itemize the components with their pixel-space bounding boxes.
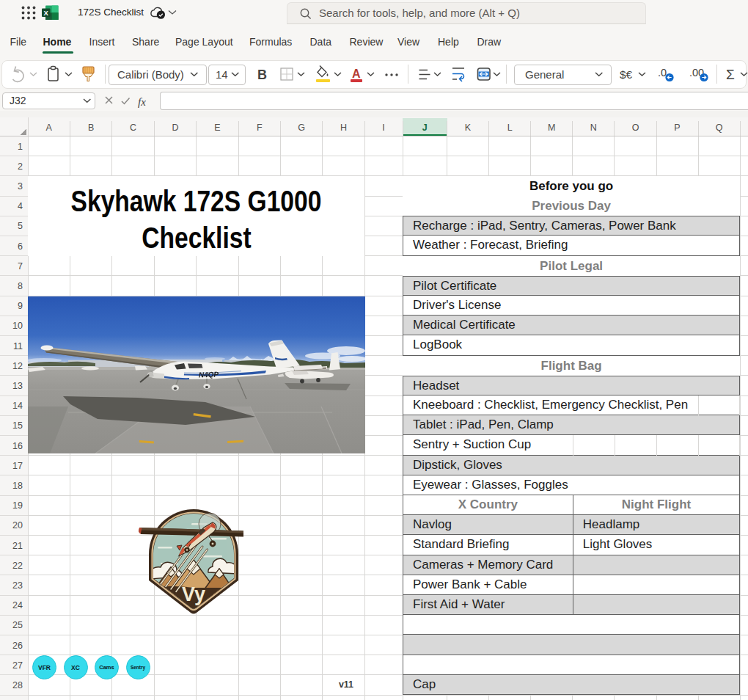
svg-text:21: 21	[12, 541, 23, 551]
svg-text:B: B	[88, 123, 94, 133]
svg-text:$€: $€	[620, 68, 633, 81]
svg-text:6: 6	[18, 241, 23, 252]
svg-text:.0: .0	[658, 67, 667, 79]
svg-text:G: G	[298, 123, 305, 133]
svg-text:O: O	[632, 123, 639, 133]
svg-text:2: 2	[18, 161, 23, 172]
svg-text:20: 20	[12, 520, 23, 531]
svg-text:1: 1	[18, 142, 23, 152]
svg-text:J: J	[422, 123, 428, 133]
svg-text:X: X	[44, 9, 49, 17]
svg-text:fx: fx	[138, 96, 146, 108]
svg-text:14: 14	[12, 401, 23, 411]
svg-text:Σ: Σ	[726, 67, 735, 82]
svg-text:N4QP: N4QP	[199, 371, 219, 379]
svg-text:19: 19	[12, 500, 23, 511]
svg-text:N: N	[590, 123, 597, 133]
svg-text:25: 25	[12, 620, 23, 630]
svg-text:11: 11	[13, 341, 23, 351]
svg-text:C: C	[130, 123, 136, 133]
svg-text:9: 9	[18, 301, 23, 311]
svg-text:5: 5	[18, 221, 23, 231]
svg-text:28: 28	[12, 680, 23, 690]
svg-text:3: 3	[18, 181, 23, 192]
svg-text:H: H	[340, 123, 347, 133]
svg-text:23: 23	[12, 580, 23, 591]
svg-text:D: D	[172, 123, 178, 133]
svg-text:7: 7	[18, 261, 23, 271]
svg-text:B: B	[257, 68, 267, 82]
svg-text:P: P	[674, 123, 680, 133]
svg-text:L: L	[507, 123, 513, 133]
svg-text:Q: Q	[716, 123, 723, 133]
svg-text:F: F	[257, 123, 263, 133]
svg-text:M: M	[548, 123, 555, 133]
svg-text:A: A	[46, 123, 53, 133]
svg-text:8: 8	[18, 281, 23, 291]
svg-text:16: 16	[12, 441, 23, 451]
svg-text:17: 17	[12, 461, 23, 471]
svg-text:13: 13	[12, 381, 23, 391]
svg-text:27: 27	[12, 660, 23, 671]
svg-text:26: 26	[12, 641, 23, 651]
svg-text:A: A	[352, 68, 361, 80]
svg-text:22: 22	[12, 561, 23, 571]
svg-text:I: I	[382, 123, 384, 133]
svg-text:24: 24	[12, 600, 23, 610]
svg-text:K: K	[465, 123, 472, 133]
svg-text:15: 15	[12, 420, 23, 431]
svg-text:Vy: Vy	[182, 583, 205, 605]
svg-text:18: 18	[12, 481, 23, 491]
svg-text:12: 12	[12, 361, 23, 371]
svg-text:E: E	[214, 123, 220, 133]
svg-text:4: 4	[18, 201, 23, 211]
svg-text:10: 10	[12, 321, 23, 331]
